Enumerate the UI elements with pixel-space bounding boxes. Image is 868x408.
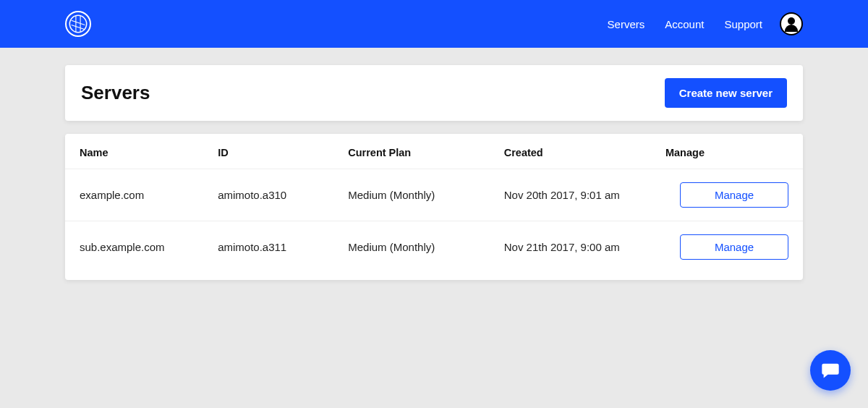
chat-bubble[interactable] bbox=[810, 350, 851, 391]
create-server-button[interactable]: Create new server bbox=[665, 78, 787, 108]
manage-button[interactable]: Manage bbox=[680, 182, 788, 208]
cell-id: amimoto.a311 bbox=[203, 221, 333, 281]
cell-plan: Medium (Monthly) bbox=[333, 169, 490, 221]
nav-link-support[interactable]: Support bbox=[724, 18, 762, 30]
col-header-plan: Current Plan bbox=[333, 134, 490, 169]
cell-created: Nov 20th 2017, 9:01 am bbox=[490, 169, 665, 221]
cell-name: sub.example.com bbox=[65, 221, 203, 281]
cell-name: example.com bbox=[65, 169, 203, 221]
servers-table: Name ID Current Plan Created Manage exam… bbox=[65, 134, 803, 280]
header-card: Servers Create new server bbox=[65, 65, 803, 121]
col-header-name: Name bbox=[65, 134, 203, 169]
page-title: Servers bbox=[81, 82, 150, 104]
chat-icon bbox=[820, 360, 841, 381]
table-row: sub.example.com amimoto.a311 Medium (Mon… bbox=[65, 221, 803, 281]
navbar: Servers Account Support bbox=[0, 0, 868, 48]
nav-link-account[interactable]: Account bbox=[665, 18, 704, 30]
logo-svg bbox=[68, 14, 88, 34]
cell-created: Nov 21th 2017, 9:00 am bbox=[490, 221, 665, 281]
page-body: Servers Create new server Name ID Curren… bbox=[0, 48, 868, 310]
avatar[interactable] bbox=[780, 12, 803, 35]
cell-plan: Medium (Monthly) bbox=[333, 221, 490, 281]
cell-manage: Manage bbox=[665, 221, 803, 281]
table-header-row: Name ID Current Plan Created Manage bbox=[65, 134, 803, 169]
cell-manage: Manage bbox=[665, 169, 803, 221]
col-header-manage: Manage bbox=[665, 134, 803, 169]
servers-table-card: Name ID Current Plan Created Manage exam… bbox=[65, 134, 803, 280]
col-header-created: Created bbox=[490, 134, 665, 169]
logo-icon[interactable] bbox=[65, 11, 91, 37]
svg-point-0 bbox=[69, 15, 86, 32]
cell-id: amimoto.a310 bbox=[203, 169, 333, 221]
table-row: example.com amimoto.a310 Medium (Monthly… bbox=[65, 169, 803, 221]
col-header-id: ID bbox=[203, 134, 333, 169]
nav-link-servers[interactable]: Servers bbox=[608, 18, 645, 30]
manage-button[interactable]: Manage bbox=[680, 234, 788, 260]
